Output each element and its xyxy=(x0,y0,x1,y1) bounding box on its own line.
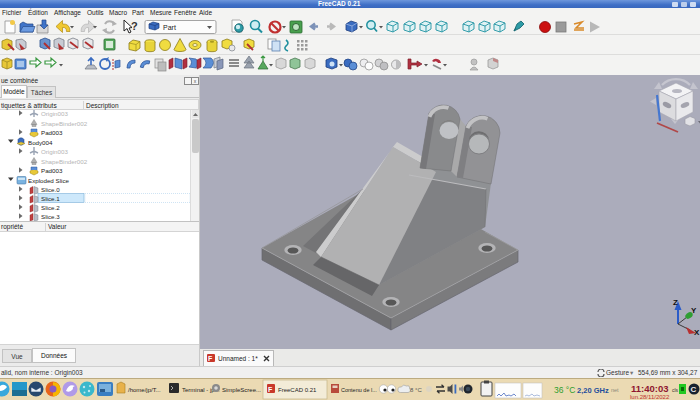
svg-text:Slice.0: Slice.0 xyxy=(41,186,60,193)
svg-text:Pad003: Pad003 xyxy=(41,129,63,136)
svg-text:Y: Y xyxy=(691,306,697,315)
svg-text:Part: Part xyxy=(163,24,176,31)
svg-text:C: C xyxy=(691,385,697,394)
svg-text:Origin003: Origin003 xyxy=(41,110,68,117)
svg-text:8 °C: 8 °C xyxy=(410,387,422,393)
svg-text:cls: cls xyxy=(672,387,679,393)
svg-text:Origin003: Origin003 xyxy=(41,148,68,155)
svg-text:Slice.3: Slice.3 xyxy=(41,213,60,220)
svg-text:Exploded Slice: Exploded Slice xyxy=(28,177,69,184)
svg-text:/home/jp/T...: /home/jp/T... xyxy=(128,387,161,393)
svg-text:F: F xyxy=(208,355,213,362)
svg-text:SimpleScree...: SimpleScree... xyxy=(222,387,261,393)
svg-text:ShapeBinder002: ShapeBinder002 xyxy=(41,120,88,127)
svg-text:36 °C: 36 °C xyxy=(554,385,575,395)
svg-text:X: X xyxy=(694,328,700,337)
svg-text:net: net xyxy=(611,387,619,393)
svg-text:Pad003: Pad003 xyxy=(41,167,63,174)
svg-text:Body004: Body004 xyxy=(28,139,53,146)
svg-text:2,20 GHz: 2,20 GHz xyxy=(577,386,609,395)
svg-text:Slice.1: Slice.1 xyxy=(41,195,60,202)
svg-text:lun.28/11/2022: lun.28/11/2022 xyxy=(630,394,670,400)
svg-text:Z: Z xyxy=(673,298,678,307)
svg-text:Contenu de l...: Contenu de l... xyxy=(341,387,377,393)
svg-text:ShapeBinder002: ShapeBinder002 xyxy=(41,158,88,165)
svg-text:FreeCAD 0.21: FreeCAD 0.21 xyxy=(278,387,317,393)
svg-text:11:40:03: 11:40:03 xyxy=(631,383,669,394)
svg-text:F: F xyxy=(268,386,273,393)
svg-text:?: ? xyxy=(131,20,138,32)
svg-text:Slice.2: Slice.2 xyxy=(41,204,60,211)
